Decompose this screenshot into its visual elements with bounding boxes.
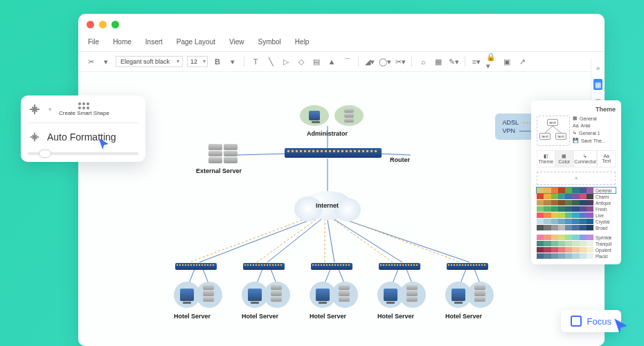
text-icon[interactable]: T [250, 56, 261, 67]
legend-adsl: ADSL [502, 119, 519, 126]
menu-symbol[interactable]: Symbol [258, 38, 281, 46]
svg-line-4 [199, 217, 317, 262]
theme-opt-save[interactable]: 💾Save The... [573, 138, 616, 143]
swatch-row-antique[interactable]: Antique [537, 200, 616, 206]
theme-opt-general[interactable]: ▦General [573, 116, 616, 121]
side-grid-icon[interactable]: ▦ [593, 79, 602, 90]
chart-icon[interactable]: ▤ [311, 56, 322, 67]
theme-opt-general1[interactable]: ↳General 1 [573, 130, 616, 136]
theme-panel: Theme text text text ▦General AaArial ↳G… [531, 100, 621, 264]
tab-color[interactable]: ▦Color [555, 150, 574, 167]
menu-home[interactable]: Home [113, 38, 132, 46]
internet-label: Internet [316, 202, 339, 209]
swatch-row-crystal[interactable]: Crystal [537, 219, 616, 224]
svg-line-25 [553, 126, 561, 133]
swatch-row-broad[interactable]: Broad [537, 225, 616, 230]
theme-add-button[interactable]: + [537, 172, 616, 185]
svg-line-1 [238, 154, 289, 155]
close-dot[interactable] [87, 21, 94, 28]
font-size-select[interactable]: 12 [187, 56, 208, 67]
shape-icon[interactable]: ◇ [296, 56, 307, 67]
menu-file[interactable]: File [88, 38, 99, 46]
font-select[interactable]: Elegant soft black [116, 56, 183, 67]
svg-line-5 [267, 219, 322, 262]
bold-icon[interactable]: B [212, 56, 223, 67]
dropdown-caret-icon[interactable]: ▾ [48, 106, 52, 113]
toolbar: ✂ ▾ Elegant soft black 12 B ▾ T ╲ ▷ ◇ ▤ … [78, 52, 605, 72]
line-icon[interactable]: ╲ [265, 56, 276, 67]
theme-opt-arial[interactable]: AaArial [573, 123, 616, 128]
administrator-label: Administrator [307, 130, 348, 137]
external-server-label: External Server [196, 167, 242, 174]
swatch-row-sprinkle[interactable]: Sprinkle [537, 235, 616, 240]
export-icon[interactable]: ↗ [517, 56, 528, 67]
color-icon[interactable]: ◯▾ [379, 56, 391, 67]
admin-node-2[interactable] [334, 105, 364, 126]
swatch-row-fresh[interactable]: Fresh [537, 206, 616, 212]
svg-line-24 [545, 126, 553, 133]
app-window: File Home Insert Page Layout View Symbol… [78, 14, 605, 346]
image-icon[interactable]: ▲ [326, 56, 337, 67]
swatch-row-tranquil[interactable]: Tranquil [537, 241, 616, 246]
admin-node-1[interactable] [300, 105, 329, 126]
cut-icon[interactable]: ✂ [85, 56, 96, 67]
side-expand-icon[interactable]: » [593, 62, 602, 73]
router-label: Router [390, 156, 410, 163]
crop-icon[interactable]: ✂▾ [395, 56, 406, 67]
menu-insert[interactable]: Insert [145, 38, 163, 46]
auto-formatting-popup: ▾ Create Smart Shape Auto Formatting [21, 95, 145, 162]
swatch-row-live[interactable]: Live [537, 212, 616, 218]
svg-line-8 [338, 217, 469, 262]
external-server-icon-2[interactable] [208, 144, 222, 163]
svg-line-10 [257, 217, 319, 262]
align-icon[interactable]: ≡▾ [471, 56, 482, 67]
sparkle-icon[interactable] [28, 102, 42, 116]
menu-page-layout[interactable]: Page Layout [177, 38, 215, 46]
cursor-icon [612, 317, 630, 338]
swatch-row-placid[interactable]: Placid [537, 253, 616, 259]
cursor-icon [97, 137, 111, 151]
svg-line-12 [330, 217, 393, 262]
layers-icon[interactable]: ▣ [501, 56, 512, 67]
theme-title: Theme [537, 106, 616, 113]
menu-view[interactable]: View [229, 38, 244, 46]
menubar: File Home Insert Page Layout View Symbol… [78, 35, 605, 52]
minimize-dot[interactable] [99, 21, 107, 28]
svg-line-13 [336, 216, 460, 262]
menu-help[interactable]: Help [295, 38, 310, 46]
auto-formatting-button[interactable]: Auto Formatting [28, 130, 138, 144]
tab-connector[interactable]: ↳Connector [573, 150, 597, 167]
swatch-list: GeneralCharmAntiqueFreshLiveCrystalBroad… [537, 188, 616, 259]
pen-icon[interactable]: ✎▾ [448, 56, 459, 67]
router-switch[interactable] [285, 148, 382, 158]
svg-line-6 [328, 220, 334, 262]
lock-icon[interactable]: 🔒▾ [486, 56, 497, 67]
swatch-row-charm[interactable]: Charm [537, 194, 616, 199]
canvas[interactable]: Administrator External Server Router Int… [78, 72, 605, 346]
auto-formatting-slider[interactable] [28, 152, 138, 155]
window-controls [78, 14, 605, 35]
dropdown2-icon[interactable]: ▾ [227, 56, 238, 67]
swatch-row-opulent[interactable]: Opulent [537, 247, 616, 253]
focus-icon [571, 316, 582, 327]
arc-icon[interactable]: ⌒ [341, 56, 352, 67]
maximize-dot[interactable] [111, 21, 119, 28]
fill-icon[interactable]: ◢▾ [364, 56, 375, 67]
external-server-icon[interactable] [224, 144, 238, 163]
create-smart-shape-button[interactable]: Create Smart Shape [59, 102, 109, 117]
svg-line-7 [333, 219, 402, 262]
dropdown-icon[interactable]: ▾ [100, 56, 111, 67]
swatch-row-general[interactable]: General [537, 188, 616, 193]
tab-theme[interactable]: ◧Theme [537, 150, 555, 167]
tab-text[interactable]: AaText [597, 150, 616, 167]
pointer-icon[interactable]: ▷ [280, 56, 292, 67]
search-icon[interactable]: ⌕ [418, 56, 429, 67]
grid-icon[interactable]: ▦ [433, 56, 444, 67]
theme-preview[interactable]: text text text [537, 116, 570, 146]
svg-line-9 [189, 216, 314, 262]
legend-vpn: VPN [502, 127, 515, 134]
